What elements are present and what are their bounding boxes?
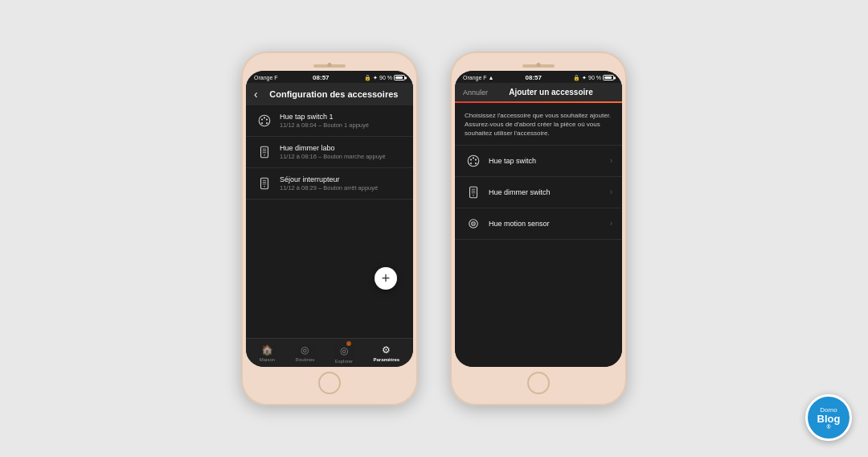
settings-icon: ⚙ bbox=[382, 344, 391, 356]
nav-parametres[interactable]: ⚙ Paramètres bbox=[374, 344, 400, 362]
nav-routines-label: Routines bbox=[296, 357, 315, 362]
home-icon: 🏠 bbox=[261, 344, 273, 356]
svg-point-1 bbox=[261, 118, 263, 120]
chevron-tap-icon: › bbox=[610, 156, 612, 165]
battery-percent-1: 90 % bbox=[379, 75, 392, 80]
carrier-2: Orange F ▲ bbox=[463, 75, 493, 80]
svg-point-26 bbox=[473, 195, 474, 196]
nav-bar-1: ‹ Configuration des accessoires bbox=[246, 83, 413, 105]
svg-point-19 bbox=[470, 162, 472, 163]
item-title-dimmer: Hue dimmer switch bbox=[489, 188, 610, 196]
svg-rect-11 bbox=[261, 178, 268, 189]
lock-icon-2: 🔒 bbox=[573, 75, 580, 81]
screen-content-1: Hue tap switch 1 11/12 à 08:04 – Bouton … bbox=[246, 105, 413, 338]
cancel-button[interactable]: Annuler bbox=[463, 89, 488, 97]
nav-maison-label: Maison bbox=[260, 357, 275, 362]
item-text-3: Séjour interrupteur 11/12 à 08:29 – Bout… bbox=[280, 175, 403, 191]
item-text-tap: Hue tap switch bbox=[489, 157, 610, 165]
nav-parametres-label: Paramètres bbox=[374, 357, 400, 362]
item-text-2: Hue dimmer labo 11/12 à 08:16 – Bouton m… bbox=[280, 144, 403, 160]
bluetooth-icon-2: ✦ bbox=[582, 75, 587, 81]
watermark-dot: ® bbox=[826, 424, 830, 430]
phone-1: Orange F 08:57 🔒 ✦ 90 % ‹ Configuration … bbox=[241, 51, 418, 406]
phone-camera-2 bbox=[537, 63, 541, 67]
info-text-block: Choisissez l'accessoire que vous souhait… bbox=[455, 103, 622, 146]
nav-title-1: Configuration des accessoires bbox=[263, 89, 405, 99]
list-item-hue-tap[interactable]: Hue tap switch › bbox=[455, 146, 622, 177]
nav-explorer-label: Explorer bbox=[335, 359, 353, 364]
svg-point-4 bbox=[266, 122, 268, 124]
item-title-3: Séjour interrupteur bbox=[280, 175, 403, 183]
nav-bar-2: Annuler Ajouter un accessoire bbox=[455, 83, 622, 101]
dimmer-icon-1 bbox=[256, 143, 273, 161]
motion-icon bbox=[465, 215, 482, 233]
item-title-tap: Hue tap switch bbox=[489, 157, 610, 165]
battery-fill-2 bbox=[604, 76, 612, 79]
phone-camera bbox=[328, 63, 332, 67]
list-item-hue-dimmer[interactable]: Hue dimmer switch › bbox=[455, 177, 622, 208]
home-button-1[interactable] bbox=[318, 372, 341, 394]
list-item-hue-motion[interactable]: Hue motion sensor › bbox=[455, 208, 622, 240]
screen-content-2: Hue tap switch › Hue dimmer switch bbox=[455, 146, 622, 367]
chevron-dimmer-icon: › bbox=[610, 187, 612, 196]
bottom-nav-1: 🏠 Maison ◎ Routines ◎ 1 Explorer ⚙ Param… bbox=[246, 338, 413, 367]
phone-screen-2: Orange F ▲ 08:57 🔒 ✦ 90 % Annuler Ajoute… bbox=[455, 71, 622, 367]
chevron-motion-icon: › bbox=[610, 219, 612, 228]
svg-rect-22 bbox=[470, 187, 477, 198]
phone-screen-1: Orange F 08:57 🔒 ✦ 90 % ‹ Configuration … bbox=[246, 71, 413, 367]
nav-routines[interactable]: ◎ Routines bbox=[296, 344, 315, 362]
list-item-sejour[interactable]: Séjour interrupteur 11/12 à 08:29 – Bout… bbox=[246, 168, 413, 200]
svg-point-20 bbox=[475, 162, 477, 163]
svg-point-18 bbox=[475, 159, 477, 160]
list-item-tap-switch[interactable]: Hue tap switch 1 11/12 à 08:04 – Bouton … bbox=[246, 105, 413, 137]
carrier-1: Orange F bbox=[254, 75, 278, 80]
item-subtitle-1: 11/12 à 08:04 – Bouton 1 appuyé bbox=[280, 121, 403, 129]
item-text-dimmer: Hue dimmer switch bbox=[489, 188, 610, 196]
explorer-badge-container: ◎ 1 bbox=[340, 343, 348, 357]
time-1: 08:57 bbox=[313, 74, 329, 81]
item-title-motion: Hue motion sensor bbox=[489, 220, 610, 228]
back-button-1[interactable]: ‹ bbox=[254, 88, 258, 101]
item-title-1: Hue tap switch 1 bbox=[280, 113, 403, 121]
nav-maison[interactable]: 🏠 Maison bbox=[260, 344, 275, 362]
dimmer-icon-2 bbox=[256, 175, 273, 192]
item-text-1: Hue tap switch 1 11/12 à 08:04 – Bouton … bbox=[280, 113, 403, 129]
time-2: 08:57 bbox=[526, 74, 542, 81]
status-right-1: 🔒 ✦ 90 % bbox=[364, 75, 405, 81]
nav-explorer[interactable]: ◎ 1 Explorer bbox=[335, 343, 353, 364]
list-item-dimmer-labo[interactable]: Hue dimmer labo 11/12 à 08:16 – Bouton m… bbox=[246, 137, 413, 168]
svg-point-29 bbox=[473, 223, 474, 224]
phone-2: Orange F ▲ 08:57 🔒 ✦ 90 % Annuler Ajoute… bbox=[450, 51, 627, 406]
item-subtitle-2: 11/12 à 08:16 – Bouton marche appuyé bbox=[280, 153, 403, 160]
bluetooth-icon-1: ✦ bbox=[373, 75, 378, 81]
svg-point-17 bbox=[470, 159, 472, 160]
item-title-2: Hue dimmer labo bbox=[280, 144, 403, 152]
battery-icon-1 bbox=[394, 75, 405, 80]
battery-percent-2: 90 % bbox=[588, 75, 601, 80]
battery-fill-1 bbox=[395, 76, 403, 79]
svg-point-15 bbox=[264, 186, 265, 187]
svg-point-21 bbox=[473, 157, 474, 159]
explorer-badge: 1 bbox=[346, 341, 351, 346]
dimmer-icon-3 bbox=[465, 183, 482, 201]
svg-point-3 bbox=[261, 122, 263, 124]
tap-icon-2 bbox=[465, 152, 482, 170]
item-text-motion: Hue motion sensor bbox=[489, 220, 610, 228]
lock-icon-1: 🔒 bbox=[364, 75, 371, 81]
status-right-2: 🔒 ✦ 90 % bbox=[573, 75, 614, 81]
item-subtitle-3: 11/12 à 08:29 – Bouton arrêt appuyé bbox=[280, 184, 403, 191]
nav-title-2: Ajouter un accessoire bbox=[488, 88, 614, 97]
routines-icon: ◎ bbox=[301, 344, 309, 356]
svg-point-5 bbox=[264, 117, 265, 118]
watermark-blog-text: Blog bbox=[817, 414, 841, 424]
svg-rect-6 bbox=[261, 146, 268, 158]
battery-icon-2 bbox=[603, 75, 614, 80]
status-bar-2: Orange F ▲ 08:57 🔒 ✦ 90 % bbox=[455, 71, 622, 83]
domoblog-watermark: Domo Blog ® bbox=[805, 394, 852, 441]
explorer-icon: ◎ bbox=[340, 345, 348, 356]
svg-point-2 bbox=[266, 118, 268, 120]
status-bar-1: Orange F 08:57 🔒 ✦ 90 % bbox=[246, 71, 413, 83]
home-button-2[interactable] bbox=[527, 372, 550, 394]
fab-button[interactable]: + bbox=[375, 267, 397, 290]
tap-icon-1 bbox=[256, 112, 273, 130]
